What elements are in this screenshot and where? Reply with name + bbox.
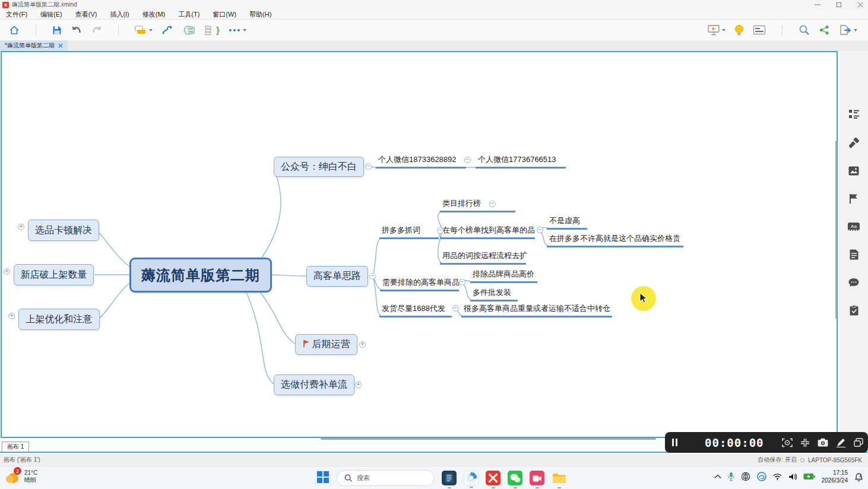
expand-button[interactable]: + bbox=[8, 313, 15, 319]
collapse-button[interactable]: − bbox=[489, 201, 496, 207]
topic-xindian[interactable]: 新店破上架数量 bbox=[14, 264, 94, 285]
font-style-icon[interactable]: Aa bbox=[848, 221, 860, 233]
weather-sun-icon: 2 bbox=[6, 469, 20, 484]
screen-recorder-bar: 00:00:00 bbox=[665, 432, 868, 453]
export-caret[interactable] bbox=[854, 29, 857, 31]
topic-houqi[interactable]: 后期运营 bbox=[295, 334, 357, 355]
weather-widget[interactable]: 2 21°C 晴朗 bbox=[6, 469, 37, 484]
tray-chevron-icon[interactable] bbox=[714, 474, 721, 479]
notification-bell-icon[interactable] bbox=[854, 472, 863, 481]
battery-icon[interactable] bbox=[803, 473, 815, 480]
central-topic[interactable]: 薅流简单版第二期 bbox=[129, 258, 272, 293]
sync-status-icon bbox=[800, 458, 804, 462]
close-button[interactable] bbox=[857, 2, 863, 8]
topic-houqi-label: 后期运营 bbox=[312, 338, 350, 351]
collapse-button[interactable]: − bbox=[537, 227, 543, 233]
format-brush-icon[interactable] bbox=[848, 137, 860, 149]
taskbar-app-notes[interactable] bbox=[442, 471, 457, 485]
comments-icon[interactable] bbox=[848, 277, 860, 288]
canvas-vertical-scrollbar[interactable] bbox=[835, 141, 837, 319]
status-bar: 画布 ('画布 1') 自动保存: 开启 LAPTOP-95G565FK bbox=[0, 454, 868, 466]
autosave-status: 自动保存: 开启 bbox=[758, 456, 797, 464]
search-icon bbox=[344, 474, 352, 482]
mindmap-canvas[interactable]: 薅流简单版第二期 选品卡顿解决 新店破上架数量 上架优化和注意 + + + 公众… bbox=[1, 51, 838, 438]
status-sheet-label: 画布 ('画布 1') bbox=[4, 456, 40, 464]
weather-badge: 2 bbox=[14, 467, 21, 475]
export-button[interactable] bbox=[839, 24, 857, 36]
wifi-icon[interactable] bbox=[773, 473, 782, 480]
system-tray: 17:15 2026/3/24 bbox=[714, 469, 864, 484]
outline-panel-icon[interactable] bbox=[848, 108, 860, 120]
topic-pinpai[interactable]: 排除品牌商品高价 bbox=[470, 269, 537, 283]
zoom-region-icon[interactable] bbox=[782, 438, 793, 447]
recording-timer: 00:00:00 bbox=[705, 436, 764, 449]
weather-description: 晴朗 bbox=[24, 477, 37, 484]
topic-gaokedan[interactable]: 高客单思路 bbox=[306, 266, 368, 287]
topic-duojian[interactable]: 多件批发装 bbox=[470, 287, 518, 301]
tim-app-icon[interactable] bbox=[757, 472, 766, 481]
clock-time: 17:15 bbox=[822, 469, 848, 477]
topic-shangjia[interactable]: 上架优化和注意 bbox=[18, 309, 100, 330]
topic-paichu[interactable]: 需要排除的高客单商品 bbox=[380, 277, 459, 291]
taskbar-app-video[interactable] bbox=[530, 471, 544, 485]
expand-button[interactable]: + bbox=[359, 341, 366, 348]
taskbar-app-wechat[interactable] bbox=[508, 471, 522, 485]
topic-fahuo[interactable]: 发货尽量1688代发 bbox=[379, 303, 452, 317]
xmind-window: X 薅流简单版第二期.xmind 文件(F) 编辑(E) 查看(V) 插入(I)… bbox=[0, 0, 868, 489]
taskbar-app-browser[interactable] bbox=[464, 471, 479, 485]
topic-buxugao[interactable]: 不是虚高 bbox=[547, 215, 587, 230]
font-sample-text: Aa bbox=[848, 223, 860, 231]
weather-temperature: 21°C bbox=[24, 469, 37, 477]
clock-date: 2026/3/24 bbox=[822, 477, 848, 484]
expand-button[interactable]: + bbox=[355, 382, 362, 388]
collapse-button[interactable]: − bbox=[464, 157, 471, 163]
taskbar-search-input[interactable]: 搜索 bbox=[337, 470, 435, 486]
device-name: LAPTOP-95G565FK bbox=[808, 457, 862, 463]
topic-zhongzhuan[interactable]: 很多高客单商品重量或者运输不适合中转仓 bbox=[461, 303, 612, 317]
topic-fufei[interactable]: 选做付费补单流 bbox=[274, 374, 354, 395]
topic-leimu[interactable]: 类目排行榜 bbox=[440, 198, 515, 212]
branch-connectors bbox=[2, 1, 839, 489]
microphone-icon[interactable] bbox=[728, 472, 734, 481]
volume-icon[interactable] bbox=[788, 473, 797, 481]
task-checklist-icon[interactable] bbox=[848, 304, 860, 316]
mouse-cursor-icon bbox=[639, 293, 648, 304]
topic-xuanpin[interactable]: 选品卡顿解决 bbox=[28, 220, 99, 241]
pause-recording-button[interactable] bbox=[672, 439, 677, 446]
notes-icon[interactable] bbox=[848, 249, 860, 261]
expand-button[interactable]: + bbox=[18, 224, 24, 230]
topic-weixin-2[interactable]: 个人微信17736766513 bbox=[476, 154, 566, 169]
search-placeholder: 搜索 bbox=[357, 474, 370, 482]
topic-weixin-1[interactable]: 个人微信18733628892 bbox=[376, 154, 466, 169]
mouse-cursor-highlight bbox=[631, 286, 656, 311]
topic-pinduoduo[interactable]: 拼多多抓词 bbox=[379, 225, 439, 239]
marker-flag-icon[interactable] bbox=[848, 193, 860, 205]
canvas-horizontal-scrollbar[interactable] bbox=[321, 438, 656, 440]
expand-button[interactable]: + bbox=[4, 268, 10, 275]
ime-indicator-icon[interactable] bbox=[741, 472, 750, 481]
collapse-button[interactable]: − bbox=[459, 279, 465, 285]
screenshot-camera-icon[interactable] bbox=[818, 438, 828, 447]
shrink-window-icon[interactable] bbox=[800, 438, 810, 447]
right-sidebar: Aa bbox=[840, 51, 868, 438]
sheet-tab-canvas1[interactable]: 画布 1 bbox=[2, 442, 29, 452]
image-icon[interactable] bbox=[848, 165, 860, 177]
annotate-pen-icon[interactable] bbox=[836, 438, 846, 447]
taskbar-app-file-explorer[interactable] bbox=[552, 471, 566, 485]
windows-overlay-icon[interactable] bbox=[854, 438, 863, 447]
topic-gongzhonghao[interactable]: 公众号：绅白不白 bbox=[274, 157, 364, 177]
windows-taskbar: 2 21°C 晴朗 搜索 bbox=[0, 466, 868, 489]
taskbar-clock[interactable]: 17:15 2026/3/24 bbox=[822, 469, 848, 484]
topic-yongpin[interactable]: 用品的词按远程流程去扩 bbox=[440, 250, 526, 265]
collapse-button[interactable]: − bbox=[365, 163, 372, 170]
topic-quejia[interactable]: 在拼多多不许高就是这个品确实价格贵 bbox=[547, 233, 683, 247]
collapse-button[interactable]: − bbox=[369, 273, 376, 280]
start-button[interactable] bbox=[316, 471, 330, 486]
topic-bangdan[interactable]: 在每个榜单找到高客单的品 bbox=[440, 225, 535, 239]
collapse-button[interactable]: − bbox=[452, 305, 459, 312]
red-flag-icon bbox=[303, 339, 310, 350]
taskbar-app-xmind[interactable] bbox=[486, 471, 500, 485]
collapse-button[interactable]: − bbox=[437, 227, 443, 234]
